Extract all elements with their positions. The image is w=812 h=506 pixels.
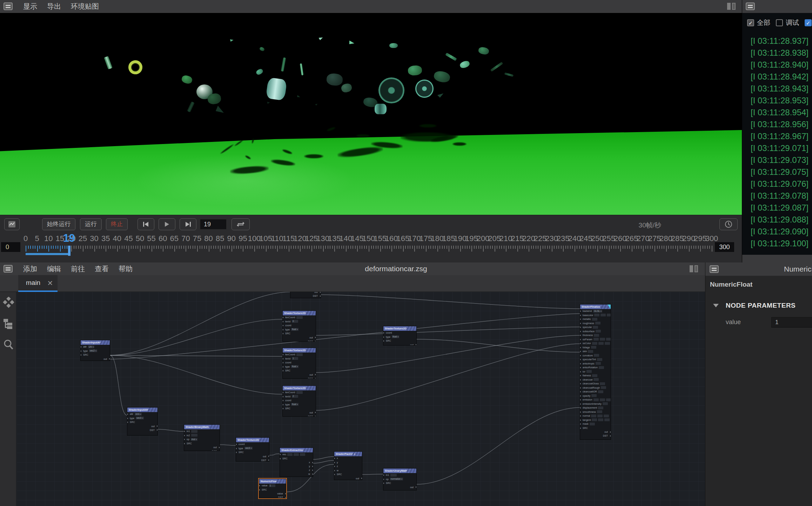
node-header[interactable]: ShaderExtractVec [280,448,313,452]
node-output-out[interactable]: out [334,477,362,480]
input-port-dot[interactable] [383,336,384,338]
input-port-dot[interactable] [283,400,283,401]
always-run-button[interactable]: 始终运行 [42,218,75,230]
node-row-value[interactable]: UV [88,346,94,348]
node-output-DST[interactable]: DST [259,495,286,498]
node-ShaderTexture2D[interactable]: ShaderTexture2DtypefloatSRCoutDST [290,292,321,298]
editor-menu-item-编辑[interactable]: 编辑 [42,262,66,275]
node-row-field[interactable] [604,415,609,417]
log-panel-icon[interactable] [746,2,755,10]
panel-layout-icon[interactable] [727,3,736,10]
node-row-value[interactable] [296,353,303,356]
input-port-dot[interactable] [580,371,581,372]
input-port-dot[interactable] [580,399,581,401]
params-panel-icon[interactable] [710,265,719,273]
log-splitter[interactable] [742,255,812,262]
tab-main[interactable]: main ✕ [18,275,58,292]
input-port-dot[interactable] [259,489,260,491]
node-header[interactable]: ShaderInputAttr [127,408,157,412]
node-header[interactable]: ShaderInputAttr [81,340,110,345]
node-row-value[interactable]: mul [191,438,197,441]
node-ShaderTexture2D[interactable]: ShaderTexture2DtexCoordtexId2coordtypefl… [282,385,316,417]
node-output-DST[interactable]: DST [127,428,157,432]
range-end-box[interactable]: 300 [715,242,734,252]
node-row-value[interactable] [390,474,397,477]
input-port-dot[interactable] [283,404,283,405]
node-row-field[interactable] [600,314,606,316]
node-row-value[interactable] [296,316,303,319]
node-output-out[interactable]: out [283,411,316,415]
node-row-value[interactable]: nrm [135,413,142,416]
checkbox[interactable] [776,19,783,26]
menu-item-环境贴图[interactable]: 环境贴图 [66,0,104,13]
node-output-DST[interactable]: DST [280,476,313,477]
editor-menu-item-添加[interactable]: 添加 [18,262,42,275]
input-port-dot[interactable] [580,395,581,397]
node-row-value[interactable]: GLSL [593,310,602,313]
node-output-out[interactable]: out [236,454,269,458]
node-row-field[interactable] [599,366,604,369]
node-header[interactable]: ShaderTexture2D [283,311,316,315]
node-row-field[interactable] [606,398,611,401]
node-row-value[interactable]: 0 [292,320,298,323]
node-output-w[interactable]: w [280,472,313,476]
node-row-field[interactable] [592,342,597,345]
node-row-value[interactable]: float [392,335,399,338]
node-ShaderBinaryMath[interactable]: ShaderBinaryMathin1in2opmulSRCoutDST [184,424,220,451]
node-output-y[interactable]: y [280,464,313,468]
node-ShaderTexture2D[interactable]: ShaderTexture2DtexCoordtexId0coordtypefl… [282,310,316,342]
node-row-field[interactable] [594,354,599,357]
node-output-out[interactable]: out [283,373,316,377]
input-port-dot[interactable] [580,355,581,356]
node-row-field[interactable] [592,418,597,421]
input-port-dot[interactable] [283,370,283,371]
input-port-dot[interactable] [283,317,283,318]
editor-menu-item-查看[interactable]: 查看 [90,262,114,275]
node-row-field[interactable] [591,346,596,349]
node-row-field[interactable] [597,415,603,417]
input-port-dot[interactable] [580,387,581,389]
input-port-dot[interactable] [580,310,581,312]
node-header[interactable]: ShaderTexture2D [383,326,416,331]
node-ShaderTexture2D[interactable]: ShaderTexture2Dcoordtypevec3SRCoutDST [236,437,269,461]
input-port-dot[interactable] [580,411,581,413]
input-port-dot[interactable] [283,354,283,355]
node-row-field[interactable] [600,382,605,385]
node-header[interactable]: ShaderUnaryMath [383,469,416,473]
node-row-field[interactable] [607,314,611,316]
input-port-dot[interactable] [580,375,581,376]
input-port-dot[interactable] [383,332,384,334]
input-port-dot[interactable] [580,428,581,429]
timeline-ruler[interactable]: 19 0510152025303540455055606570758085909… [0,233,742,245]
node-row-field[interactable] [605,342,610,345]
menu-item-导出[interactable]: 导出 [42,0,66,13]
input-port-dot[interactable] [580,391,581,392]
input-port-dot[interactable] [127,413,128,415]
node-header[interactable]: ShaderTexture2D [283,386,316,390]
node-header[interactable]: ShaderPackVec [334,452,362,456]
node-output-out[interactable]: out [184,445,220,449]
range-start-box[interactable]: 0 [1,242,20,252]
input-port-dot[interactable] [580,423,581,425]
node-output-out[interactable]: out [283,336,316,340]
node-header[interactable]: ShaderTexture2D [236,438,269,442]
play-button[interactable] [159,218,175,230]
editor-menu-item-前往[interactable]: 前往 [66,262,90,275]
input-port-dot[interactable] [580,359,581,360]
node-row-field[interactable] [594,314,599,316]
node-row-field[interactable] [594,334,599,337]
node-row-field[interactable] [595,322,600,324]
input-port-dot[interactable] [580,407,581,409]
input-port-dot[interactable] [184,431,185,432]
viewport-3d[interactable] [0,13,742,215]
skip-to-start-button[interactable] [137,218,154,230]
node-output-z[interactable]: z [280,468,313,472]
node-view-flag[interactable] [608,305,611,309]
node-output-out[interactable]: out [383,343,416,346]
input-port-dot[interactable] [81,350,81,352]
input-port-dot[interactable] [280,454,281,455]
node-row-field[interactable] [593,378,599,381]
timeline-scrubber[interactable] [0,246,742,257]
node-row-field[interactable] [287,453,293,456]
param-value-input[interactable] [771,317,812,328]
